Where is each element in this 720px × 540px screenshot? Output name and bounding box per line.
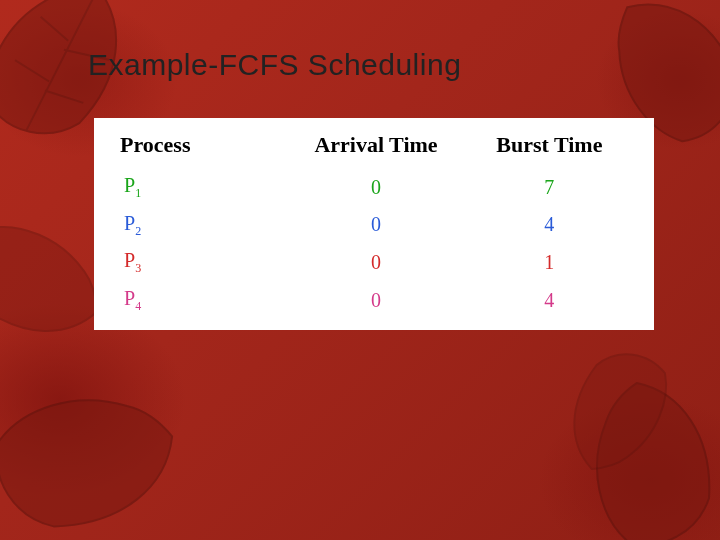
cell-process: P1 xyxy=(116,168,289,206)
process-subscript: 3 xyxy=(135,261,141,275)
table-row: P204 xyxy=(116,206,636,244)
table-row: P301 xyxy=(116,243,636,281)
process-label: P xyxy=(124,249,135,271)
table-header-row: Process Arrival Time Burst Time xyxy=(116,132,636,168)
col-burst: Burst Time xyxy=(463,132,636,168)
process-subscript: 4 xyxy=(135,299,141,313)
cell-arrival: 0 xyxy=(289,206,462,244)
cell-burst: 7 xyxy=(463,168,636,206)
cell-burst: 4 xyxy=(463,206,636,244)
table-row: P404 xyxy=(116,281,636,319)
process-subscript: 2 xyxy=(135,224,141,238)
table-row: P107 xyxy=(116,168,636,206)
process-table: Process Arrival Time Burst Time P107P204… xyxy=(116,132,636,318)
col-arrival: Arrival Time xyxy=(289,132,462,168)
col-process: Process xyxy=(116,132,289,168)
process-label: P xyxy=(124,287,135,309)
cell-arrival: 0 xyxy=(289,281,462,319)
cell-arrival: 0 xyxy=(289,243,462,281)
cell-arrival: 0 xyxy=(289,168,462,206)
cell-process: P3 xyxy=(116,243,289,281)
slide-title: Example-FCFS Scheduling xyxy=(88,48,461,82)
cell-process: P2 xyxy=(116,206,289,244)
cell-process: P4 xyxy=(116,281,289,319)
process-label: P xyxy=(124,212,135,234)
table-panel: Process Arrival Time Burst Time P107P204… xyxy=(94,118,654,330)
process-label: P xyxy=(124,174,135,196)
cell-burst: 1 xyxy=(463,243,636,281)
process-subscript: 1 xyxy=(135,186,141,200)
cell-burst: 4 xyxy=(463,281,636,319)
